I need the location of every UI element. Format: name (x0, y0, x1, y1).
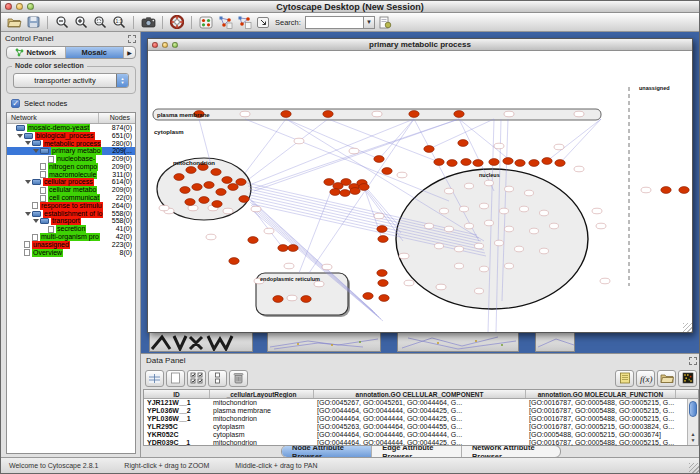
network-node[interactable] (542, 158, 552, 165)
notes-icon[interactable] (615, 370, 634, 387)
tree-row[interactable]: cellular process614(0) (7, 179, 135, 187)
network-node[interactable] (229, 258, 239, 265)
network-node-small[interactable] (505, 263, 514, 269)
app-resize-grip[interactable] (689, 463, 699, 473)
table-column-header[interactable]: _cellularLayoutRegion (210, 390, 314, 398)
tab-network[interactable]: Network (7, 47, 66, 58)
table-column-header[interactable]: ID (144, 390, 210, 398)
network-view-window[interactable]: primary metabolic process plasma membran… (147, 38, 693, 333)
network-node-small[interactable] (540, 210, 549, 216)
network-node-small[interactable] (460, 206, 469, 212)
tree-expander-icon[interactable] (25, 212, 31, 216)
tree-header[interactable]: Network Nodes (7, 113, 135, 124)
network-node[interactable] (529, 160, 539, 167)
annotation-icon[interactable] (254, 14, 272, 30)
network-node-small[interactable] (480, 203, 489, 209)
network-node-small[interactable] (465, 183, 474, 189)
network-node-small[interactable] (505, 226, 514, 232)
network-canvas[interactable]: plasma membranecytoplasmmitochondrionnuc… (149, 51, 691, 332)
network-node[interactable] (204, 182, 214, 189)
window-resize-grip[interactable] (683, 323, 692, 332)
network-node[interactable] (222, 177, 232, 184)
search-input[interactable] (305, 16, 363, 29)
table-row[interactable]: YLR295Ccytoplasm[GO:0045263, GO:0044464,… (144, 423, 698, 431)
network-node-small[interactable] (480, 266, 489, 272)
tree-row[interactable]: secretion41(0) (7, 225, 135, 233)
table-row[interactable]: YJR121W__1mitochondrion[GO:0045267, GO:0… (144, 399, 698, 407)
network-node[interactable] (447, 160, 457, 167)
network-node[interactable] (363, 293, 373, 300)
network-node-small[interactable] (475, 243, 484, 249)
tree-expander-icon[interactable] (25, 141, 31, 145)
tree-row[interactable]: establishment of lo558(0) (7, 210, 135, 218)
tree-row[interactable]: multi-organism pro42(0) (7, 233, 135, 241)
tab-edge-attribute-browser[interactable]: Edge Attribute Browser (372, 446, 462, 457)
network-node-small[interactable] (397, 172, 407, 178)
zoom-out-icon[interactable] (53, 14, 71, 30)
network-node[interactable] (281, 111, 291, 118)
tree-row[interactable]: primary metabo209(... (7, 147, 135, 155)
network-node-small[interactable] (485, 220, 494, 226)
network-node-small[interactable] (251, 206, 261, 212)
attribute-table[interactable]: ID_cellularLayoutRegionannotation.GO CEL… (143, 389, 699, 446)
network-node[interactable] (679, 187, 689, 194)
network-node-small[interactable] (455, 246, 464, 252)
network-node-small[interactable] (404, 280, 414, 286)
vizmapper-icon[interactable] (197, 14, 215, 30)
network-node-small[interactable] (505, 186, 514, 192)
unselect-attributes-icon[interactable] (208, 370, 227, 387)
network-node-small[interactable] (455, 263, 464, 269)
delete-attribute-icon[interactable] (229, 370, 248, 387)
network-node-small[interactable] (294, 138, 304, 144)
network-node[interactable] (461, 159, 471, 166)
tree-row[interactable]: cell communicat22(0) (7, 194, 135, 202)
network-node-small[interactable] (540, 248, 549, 254)
table-row[interactable]: YPL036W__1mitochondrion[GO:0044464, GO:0… (144, 415, 698, 423)
network-node[interactable] (434, 159, 444, 166)
table-scrollbar-thumb[interactable] (689, 401, 697, 417)
network-node-small[interactable] (435, 243, 444, 249)
network-node[interactable] (185, 199, 195, 206)
network-node-small[interactable] (264, 228, 274, 234)
network-node[interactable] (273, 296, 283, 303)
network-node-small[interactable] (188, 205, 198, 211)
table-row[interactable]: YKR052Ccytoplasm[GO:0044464, GO:0044446,… (144, 431, 698, 439)
network-node-small[interactable] (520, 206, 529, 212)
tree-expander-icon[interactable] (25, 180, 31, 184)
tree-row[interactable]: cellular metabo209(0) (7, 186, 135, 194)
network-node-small[interactable] (641, 187, 651, 193)
tree-expander-icon[interactable] (33, 149, 39, 153)
network-node[interactable] (473, 160, 483, 167)
network-node-small[interactable] (550, 223, 559, 229)
network-node[interactable] (458, 140, 468, 147)
attribute-table-icon[interactable] (145, 370, 164, 387)
network-node-small[interactable] (372, 111, 382, 117)
network-node-small[interactable] (374, 213, 384, 219)
tree-row[interactable]: unassigned223(0) (7, 241, 135, 249)
network-node-small[interactable] (436, 284, 446, 290)
network-node-small[interactable] (445, 226, 454, 232)
window-titlebar[interactable]: Cytoscape Desktop (New Session) (1, 1, 699, 13)
network-node-small[interactable] (500, 208, 509, 214)
network-node[interactable] (515, 160, 525, 167)
network-node[interactable] (377, 270, 387, 277)
network-node[interactable] (503, 158, 513, 165)
network-node[interactable] (278, 245, 288, 252)
network-node[interactable] (228, 184, 238, 191)
network-node-small[interactable] (349, 148, 359, 154)
network-node-small[interactable] (440, 208, 449, 214)
table-column-header[interactable]: annotation.GO MOLECULAR_FUNCTION (526, 390, 676, 398)
network-node[interactable] (288, 245, 298, 252)
network-node[interactable] (489, 159, 499, 166)
network-node[interactable] (359, 184, 369, 191)
table-scrollbar[interactable]: ▲▼ (687, 399, 698, 445)
network-node-small[interactable] (475, 288, 484, 294)
network-node-small[interactable] (223, 208, 233, 214)
network-node[interactable] (323, 111, 333, 118)
network-node[interactable] (378, 236, 388, 243)
tree-row[interactable]: response to stimulu264(0) (7, 202, 135, 210)
network-node-small[interactable] (206, 234, 216, 240)
network-node[interactable] (192, 184, 202, 191)
zoom-fit-icon[interactable]: 1:1 (110, 14, 128, 30)
search-config-icon[interactable] (376, 14, 394, 30)
